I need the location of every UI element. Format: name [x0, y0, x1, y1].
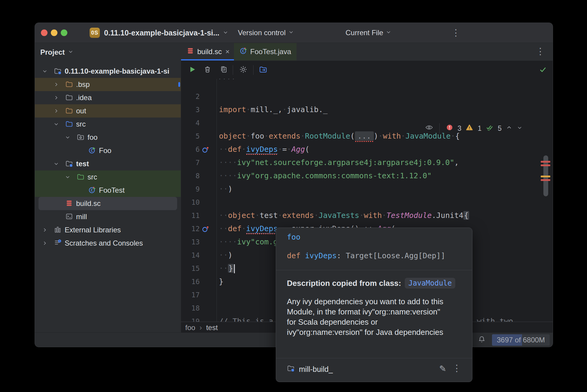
inspections-widget[interactable]: 3 1 5 — [425, 122, 523, 134]
popup-kebab-icon[interactable]: ⋮ — [452, 364, 461, 373]
error-stripe[interactable] — [541, 179, 550, 181]
chevron-right-icon[interactable] — [42, 227, 48, 233]
previous-problem-button[interactable] — [506, 124, 512, 133]
line-number[interactable]: 15 — [181, 262, 200, 275]
code-token: ( — [350, 132, 355, 140]
popup-body-line: Any ivy dependencies you want to add to … — [287, 296, 443, 307]
code-line-2[interactable] — [219, 90, 513, 103]
code-token: extends — [269, 132, 300, 140]
eye-icon[interactable] — [425, 123, 433, 133]
minimize-window-button[interactable] — [51, 29, 57, 36]
tree-item-src[interactable]: src — [35, 118, 181, 131]
tab-build-sc[interactable]: build.sc × — [181, 43, 235, 60]
line-number[interactable]: 18 — [181, 302, 200, 315]
line-number[interactable]: 4 — [181, 116, 200, 130]
line-number[interactable]: 5 — [181, 130, 200, 143]
libraries-icon — [54, 226, 62, 234]
line-number[interactable]: 19 — [181, 315, 200, 322]
tree-item-mill[interactable]: mill — [35, 210, 181, 223]
editor-tabbar: build.sc × C FooTest.java ⋮ — [181, 43, 553, 61]
line-number[interactable]: 13 — [181, 235, 200, 249]
project-title-widget[interactable]: 0.11.10-example-basicjava-1-si... — [104, 23, 221, 43]
breadcrumb-foo[interactable]: foo — [185, 323, 195, 332]
tree-item-src[interactable]: src — [35, 170, 181, 184]
error-stripe[interactable] — [541, 164, 550, 166]
tree-item-build-sc[interactable]: build.sc — [38, 197, 177, 210]
copy-button[interactable] — [219, 66, 228, 75]
popup-module-link[interactable]: foo — [287, 233, 300, 241]
tree-item-footest[interactable]: CFooTest — [35, 184, 181, 197]
tree-item-scratches-and-consoles[interactable]: Scratches and Consoles — [35, 237, 181, 250]
run-configuration-widget[interactable]: Current File — [346, 23, 392, 43]
tab-footest-java[interactable]: C FooTest.java — [234, 43, 297, 60]
script-settings-button[interactable] — [239, 66, 248, 75]
chevron-down-icon[interactable] — [65, 174, 71, 180]
chevron-down-icon — [386, 29, 392, 37]
code-line-7[interactable]: ····ivy"net.sourceforge.argparse4j:argpa… — [219, 156, 513, 169]
code-token: object — [228, 211, 255, 220]
code-line-11[interactable]: ··object·test·extends·JavaTests·with·Tes… — [219, 209, 513, 222]
tree-item--bsp[interactable]: .bsp — [35, 78, 181, 91]
tree-item--idea[interactable]: .idea — [35, 91, 181, 104]
sidebar-scroll-indicator[interactable] — [178, 82, 180, 87]
chevron-down-icon[interactable] — [53, 121, 59, 127]
close-tab-icon[interactable]: × — [225, 47, 229, 56]
line-number[interactable]: 14 — [181, 249, 200, 262]
tree-item-foo[interactable]: CFoo — [35, 144, 181, 157]
chevron-right-icon[interactable] — [53, 95, 59, 101]
chevron-right-icon[interactable] — [53, 81, 59, 87]
javamodule-badge[interactable]: JavaModule — [405, 278, 456, 289]
tree-item-test[interactable]: test — [35, 157, 181, 170]
project-panel-header[interactable]: Project — [40, 46, 74, 59]
line-number[interactable]: 12 — [181, 222, 200, 235]
code-line-3[interactable]: import·mill._,·javalib._ — [219, 103, 513, 116]
warning-stripe[interactable] — [541, 176, 550, 177]
code-line-8[interactable]: ····ivy"org.apache.commons:commons-text:… — [219, 169, 513, 182]
chevron-right-icon[interactable] — [53, 108, 59, 114]
line-number[interactable]: 3 — [181, 103, 200, 116]
line-number[interactable]: 11 — [181, 209, 200, 222]
override-gutter-icon[interactable] — [201, 145, 209, 153]
project-avatar[interactable]: 0S — [90, 28, 100, 38]
tree-item-foo[interactable]: foo — [35, 131, 181, 144]
tree-item-external-libraries[interactable]: External Libraries — [35, 223, 181, 237]
edit-icon[interactable]: ✎ — [439, 364, 446, 374]
line-number[interactable]: 17 — [181, 288, 200, 302]
clipped-line: //// — [219, 79, 237, 80]
tab-options-kebab-icon[interactable]: ⋮ — [536, 47, 545, 56]
tree-item-out[interactable]: out — [35, 104, 181, 118]
folder-package-icon — [77, 133, 85, 142]
breadcrumb-test[interactable]: test — [206, 323, 218, 332]
more-actions-button[interactable]: ⋮ — [451, 23, 460, 43]
next-problem-button[interactable] — [517, 124, 523, 133]
delete-button[interactable] — [203, 66, 212, 75]
version-control-widget[interactable]: Version control — [238, 23, 294, 43]
tree-item-0-11-10-example-basicjava-1-si[interactable]: 0.11.10-example-basicjava-1-si — [35, 65, 181, 78]
error-stripe[interactable] — [541, 161, 550, 163]
code-line-10[interactable] — [219, 196, 513, 209]
line-number[interactable]: 7 — [181, 156, 200, 169]
close-window-button[interactable] — [41, 29, 48, 36]
line-number[interactable]: 6 — [181, 143, 200, 156]
line-number[interactable]: 2 — [181, 90, 200, 103]
line-number[interactable]: 16 — [181, 275, 200, 288]
override-gutter-icon[interactable] — [201, 225, 209, 233]
code-token: with — [364, 211, 382, 220]
notifications-bell-icon[interactable] — [478, 335, 486, 345]
load-changes-button[interactable] — [259, 66, 268, 75]
chevron-down-icon[interactable] — [53, 161, 59, 167]
code-line-9[interactable]: ··) — [219, 182, 513, 196]
chevron-down-icon[interactable] — [65, 134, 71, 140]
memory-indicator[interactable]: 3697 of 6800M — [492, 334, 550, 346]
chevron-down-icon[interactable] — [42, 68, 48, 74]
scala-file-icon — [186, 47, 194, 57]
code-line-6[interactable]: ··def·ivyDeps·=·Agg( — [219, 143, 513, 156]
line-number[interactable]: 10 — [181, 196, 200, 209]
line-number[interactable]: 9 — [181, 182, 200, 196]
line-number[interactable]: 8 — [181, 169, 200, 182]
run-script-button[interactable] — [188, 66, 197, 75]
code-token: ) — [228, 251, 232, 259]
maximize-window-button[interactable] — [61, 29, 67, 36]
chevron-right-icon[interactable] — [42, 240, 48, 246]
line-number-gutter: 2345678910111213141516171819 — [181, 90, 200, 322]
